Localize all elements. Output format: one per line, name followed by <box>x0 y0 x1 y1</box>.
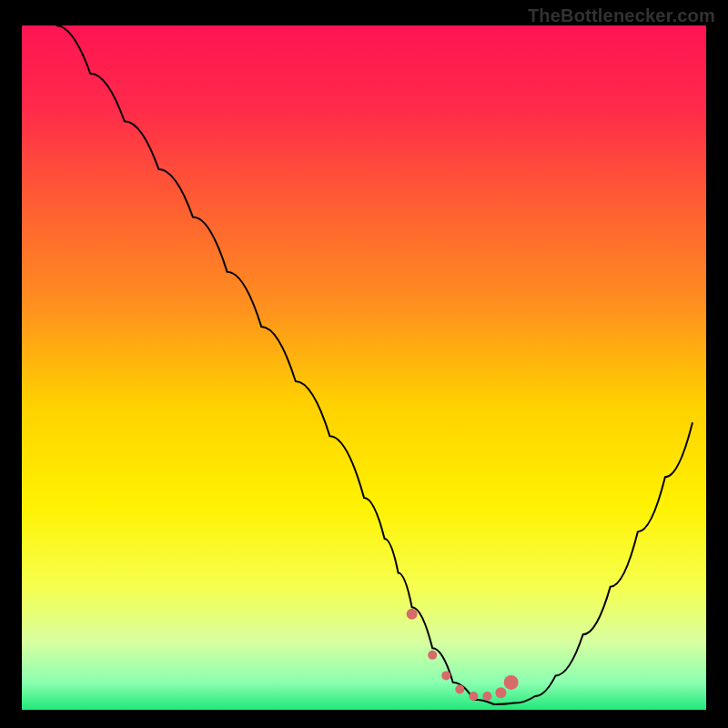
marker-dot <box>428 651 437 660</box>
watermark-text: TheBottlenecker.com <box>528 5 715 26</box>
marker-dot <box>495 687 506 698</box>
marker-dot <box>504 675 519 690</box>
marker-dot <box>455 684 464 693</box>
plot-area <box>22 25 706 710</box>
marker-dot <box>482 692 491 701</box>
plot-svg <box>22 25 706 710</box>
marker-dot <box>441 671 450 680</box>
marker-dot <box>469 692 478 701</box>
chart-stage: TheBottlenecker.com <box>0 0 728 728</box>
marker-dot <box>407 609 418 620</box>
